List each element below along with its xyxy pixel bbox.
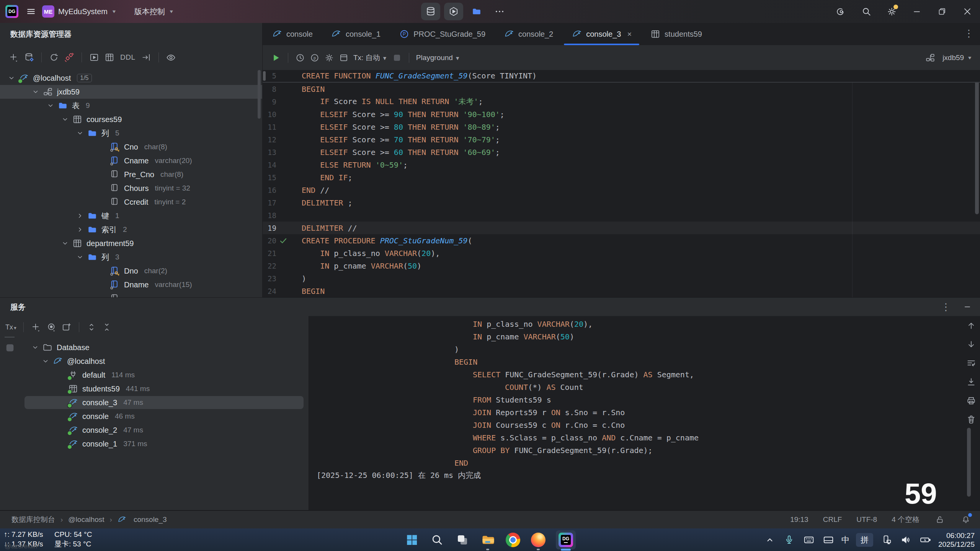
editor-line-10[interactable]: 10 ELSEIF Score >= 90 THEN RETURN '90~10… (263, 108, 980, 121)
more-options-icon[interactable]: ⋮ (940, 301, 952, 313)
phone-link-icon[interactable] (880, 534, 893, 546)
chevron-down-icon[interactable] (73, 253, 87, 261)
notifications-bell-icon[interactable] (960, 514, 972, 525)
tree-item-Cno[interactable]: Cno char(8) (0, 140, 263, 154)
win-button[interactable] (404, 532, 420, 548)
keyboard-icon[interactable] (802, 534, 815, 546)
service-item-Database[interactable]: Database (0, 341, 309, 354)
hide-panel-icon[interactable] (962, 301, 973, 313)
refresh-icon[interactable] (46, 50, 62, 65)
inline-results-icon[interactable] (336, 51, 351, 65)
editor-line-17[interactable]: 17 DELIMITER ; (263, 196, 980, 209)
tree-item-partial[interactable] (0, 292, 263, 297)
datagrip-button[interactable]: DG (556, 530, 576, 549)
folder-button[interactable] (467, 3, 486, 20)
editor-line-11[interactable]: 11 ELSEIF Score >= 80 THEN RETURN '80~89… (263, 121, 980, 133)
settings-button[interactable] (879, 0, 904, 23)
lock-open-icon[interactable] (934, 514, 946, 525)
more-h-button[interactable] (490, 3, 509, 20)
expand-all-icon[interactable] (84, 320, 99, 335)
mic-icon[interactable] (783, 534, 796, 546)
chevron-down-icon[interactable] (29, 88, 42, 96)
editor-scrollbar[interactable] (975, 79, 979, 214)
chev-up-icon[interactable] (763, 534, 776, 546)
vcs-menu[interactable]: 版本控制 ▼ (129, 3, 180, 20)
add-icon[interactable] (28, 320, 44, 335)
search-button[interactable] (430, 532, 445, 548)
editor-line-16[interactable]: 16 END // (263, 184, 980, 196)
volume-icon[interactable] (899, 534, 912, 546)
service-item-console_2[interactable]: console_2 47 ms (0, 423, 309, 437)
profile-icon[interactable]: p (307, 51, 322, 65)
tree-item-Pre_Cno[interactable]: Pre_Cno char(8) (0, 168, 263, 181)
add-icon[interactable] (6, 50, 21, 65)
up-icon[interactable] (965, 320, 977, 331)
collapse-all-icon[interactable] (99, 320, 114, 335)
editor-line-12[interactable]: 12 ELSEIF Score >= 70 THEN RETURN '70~79… (263, 133, 980, 146)
breadcrumb-item[interactable]: console_3 (118, 515, 167, 524)
down-icon[interactable] (965, 339, 977, 350)
tree-item-列[interactable]: 列 5 (0, 126, 263, 140)
scroll-end-icon[interactable] (965, 376, 977, 388)
editor-line-20[interactable]: 20 CREATE PROCEDURE PROC_StuGradeNum_59( (263, 234, 980, 247)
tree-item-Chours[interactable]: Chours tinyint = 32 (0, 181, 263, 195)
tab-options-icon[interactable]: ⋮ (964, 28, 975, 39)
breadcrumb-item[interactable]: 数据库控制台 (11, 515, 55, 525)
history-icon[interactable] (293, 51, 307, 65)
editor-line-15[interactable]: 15 END IF; (263, 171, 980, 184)
db-settings-icon[interactable] (21, 50, 37, 65)
tree-item-Dno[interactable]: Dno char(2) (0, 264, 263, 278)
tree-item-索引[interactable]: 索引 2 (0, 223, 263, 236)
task-view-button[interactable] (455, 532, 470, 548)
tree-item-department59[interactable]: department59 (0, 236, 263, 250)
run-button[interactable] (269, 51, 283, 65)
chevron-down-icon[interactable] (73, 129, 87, 137)
tree-item-Cname[interactable]: Cname varchar(20) (0, 154, 263, 168)
print-icon[interactable] (965, 395, 977, 406)
service-item-console_3[interactable]: console_3 47 ms (0, 396, 309, 409)
touch-keyboard-icon[interactable] (822, 534, 835, 546)
minimize-button[interactable] (904, 0, 929, 23)
sticky-line[interactable]: 5CREATE FUNCTION FUNC_GradeSegment_59(Sc… (263, 70, 980, 83)
close-icon[interactable]: × (627, 30, 632, 39)
ime-language[interactable]: 中 (841, 535, 849, 545)
chevron-down-icon[interactable] (39, 357, 52, 365)
editor-line-18[interactable]: 18 (263, 209, 980, 222)
jump-to-ddl-icon[interactable] (139, 50, 154, 65)
tab-students59[interactable]: students59 (641, 23, 711, 45)
service-item-console[interactable]: console 46 ms (0, 409, 309, 423)
new-console-icon[interactable] (59, 320, 74, 335)
close-button[interactable] (955, 0, 980, 23)
tree-item-Ccredit[interactable]: Ccredit tinyint = 2 (0, 195, 263, 209)
editor-line-21[interactable]: 21 IN p_class_no VARCHAR(20), (263, 247, 980, 259)
play-hex-button[interactable] (444, 3, 463, 20)
tab-PROC_StuGrade_59[interactable]: P PROC_StuGrade_59 (390, 23, 495, 45)
tab-console[interactable]: console (263, 23, 322, 45)
tab-console_2[interactable]: console_2 (495, 23, 562, 45)
tab-console_1[interactable]: console_1 (322, 23, 390, 45)
chevron-right-icon[interactable] (73, 212, 87, 220)
ai-button[interactable] (828, 0, 854, 23)
project-selector[interactable]: ME MyEduSystem ▼ (37, 3, 122, 20)
schema-selector[interactable]: jxdb59 ▼ (925, 52, 972, 63)
tx-toggle[interactable]: Tx▼ (5, 323, 17, 331)
table-view-icon[interactable] (102, 50, 117, 65)
trash-icon[interactable] (965, 414, 977, 425)
tx-mode-selector[interactable]: Tx: 自动 ▼ (353, 53, 387, 63)
editor-line-24[interactable]: 24 BEGIN (263, 285, 980, 297)
chevron-right-icon[interactable] (73, 225, 87, 234)
tree-item-courses59[interactable]: courses59 (0, 112, 263, 126)
ddl-button[interactable]: DDL (120, 53, 136, 62)
tree-item-列[interactable]: 列 3 (0, 250, 263, 264)
console-run-icon[interactable] (87, 50, 102, 65)
chevron-down-icon[interactable] (44, 101, 57, 110)
battery-icon[interactable] (919, 534, 932, 546)
tree-item-键[interactable]: 键 1 (0, 209, 263, 223)
tree-item-表[interactable]: 表 9 (0, 99, 263, 112)
ime-mode[interactable]: 拼 (856, 533, 873, 547)
service-item-default[interactable]: default 114 ms (0, 368, 309, 382)
search-button[interactable] (854, 0, 879, 23)
editor-line-19[interactable]: 19 DELIMITER // (263, 222, 980, 234)
file-encoding[interactable]: UTF-8 (856, 515, 877, 524)
editor-line-8[interactable]: 8 BEGIN (263, 83, 980, 95)
